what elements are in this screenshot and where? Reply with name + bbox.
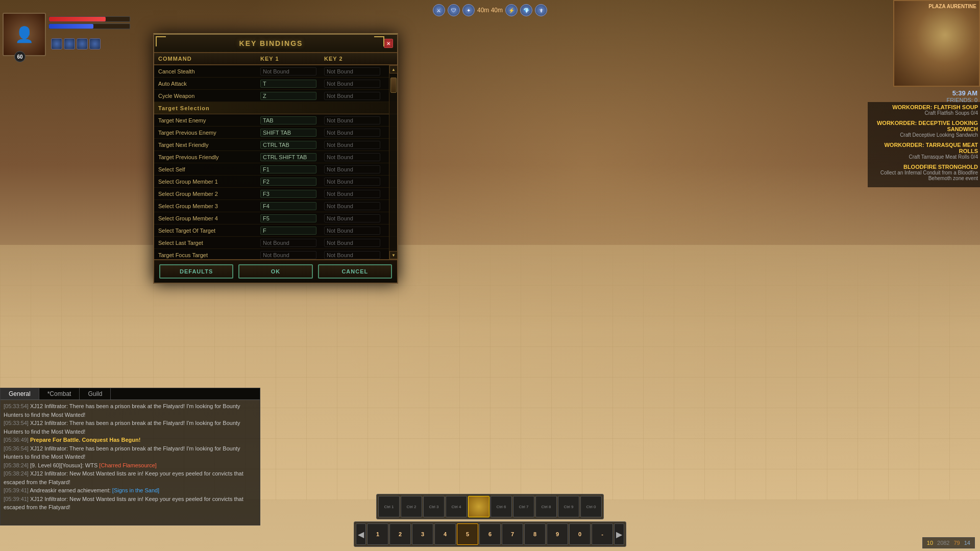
defaults-button[interactable]: DEFAULTS — [159, 264, 233, 279]
keybind-key2-14[interactable]: Not Bound — [324, 239, 380, 247]
keybind-key1-5[interactable]: SHIFT TAB — [260, 129, 316, 137]
scroll-thumb[interactable] — [390, 78, 397, 93]
keybind-key2-5[interactable]: Not Bound — [324, 129, 380, 137]
buff-icon-4 — [89, 38, 101, 49]
ctrl-slot-3[interactable]: Ctrl 3 — [423, 496, 445, 517]
keybind-row-15[interactable]: Target Focus TargetNot BoundNot Bound — [154, 249, 397, 259]
scroll-up-arrow[interactable]: ▲ — [389, 65, 398, 73]
keybind-key2-8[interactable]: Not Bound — [324, 165, 380, 173]
keybind-key1-14[interactable]: Not Bound — [260, 239, 316, 247]
ctrl-slot-0[interactable]: Ctrl 0 — [580, 496, 602, 517]
keybind-command-4: Target Next Enemy — [158, 117, 260, 123]
keybind-row-2[interactable]: Cycle WeaponZNot Bound — [154, 90, 397, 102]
slot-3[interactable]: 3 — [412, 523, 433, 545]
chat-panel: General *Combat Guild [05:33:54] XJ12 In… — [0, 388, 260, 525]
modal-close-button[interactable]: ✕ — [384, 39, 393, 48]
keybind-key1-9[interactable]: F2 — [260, 178, 316, 186]
keybind-row-11[interactable]: Select Group Member 3F4Not Bound — [154, 200, 397, 212]
quest-title-2: WORKORDER: TARRASQUE MEAT ROLLS — [870, 142, 978, 154]
special-ability-icon — [471, 499, 486, 514]
ok-button[interactable]: OK — [238, 264, 312, 279]
keybind-row-9[interactable]: Select Group Member 1F2Not Bound — [154, 176, 397, 188]
quest-item-3: BLOODFIRE STRONGHOLD Collect an Infernal… — [870, 164, 978, 181]
keybind-list-wrapper: Cancel StealthNot BoundNot BoundAuto Att… — [154, 65, 397, 259]
keybind-key2-11[interactable]: Not Bound — [324, 202, 380, 210]
keybind-key2-15[interactable]: Not Bound — [324, 251, 380, 259]
ctrl-slot-4[interactable]: Ctrl 4 — [446, 496, 467, 517]
scrollbar[interactable]: ▲ ▼ — [389, 65, 397, 259]
quest-desc-0: Craft Flatfish Soups 0/4 — [870, 110, 978, 116]
minimap[interactable]: PLAZA AURENTINE — [893, 0, 980, 87]
keybind-command-9: Select Group Member 1 — [158, 179, 260, 185]
keybind-key1-7[interactable]: CTRL SHIFT TAB — [260, 153, 316, 161]
ctrl-slot-1[interactable]: Ctrl 1 — [378, 496, 400, 517]
slot-2[interactable]: 2 — [389, 523, 411, 545]
keybind-key2-9[interactable]: Not Bound — [324, 178, 380, 186]
keybind-row-14[interactable]: Select Last TargetNot BoundNot Bound — [154, 237, 397, 249]
player-portrait: 👤 — [3, 13, 46, 56]
keybind-key2-7[interactable]: Not Bound — [324, 153, 380, 161]
keybind-row-8[interactable]: Select SelfF1Not Bound — [154, 163, 397, 176]
keybind-key2-2[interactable]: Not Bound — [324, 92, 380, 100]
chat-tab-guild[interactable]: Guild — [80, 388, 111, 399]
slot-next[interactable]: ▶ — [614, 523, 624, 545]
keybind-command-5: Target Previous Enemy — [158, 130, 260, 136]
keybind-key2-13[interactable]: Not Bound — [324, 227, 380, 235]
keybind-key1-13[interactable]: F — [260, 227, 316, 235]
keybind-key1-11[interactable]: F4 — [260, 202, 316, 210]
scroll-down-arrow[interactable]: ▼ — [389, 251, 398, 259]
keybind-row-0[interactable]: Cancel StealthNot BoundNot Bound — [154, 65, 397, 78]
keybind-key1-4[interactable]: TAB — [260, 116, 316, 124]
chat-tab-general[interactable]: General — [1, 388, 39, 399]
cancel-button[interactable]: CANCEL — [318, 264, 392, 279]
keybind-key1-1[interactable]: T — [260, 80, 316, 88]
slot-1[interactable]: 1 — [367, 523, 388, 545]
slot-5[interactable]: 5 — [457, 523, 478, 545]
slot-minus[interactable]: - — [592, 523, 613, 545]
keybind-key1-15[interactable]: Not Bound — [260, 251, 316, 259]
keybind-key2-1[interactable]: Not Bound — [324, 80, 380, 88]
quest-title-0: WORKORDER: FLATFISH SOUP — [870, 104, 978, 110]
keybind-command-11: Select Group Member 3 — [158, 203, 260, 209]
buff-icon-3 — [77, 38, 88, 49]
quest-item-2: WORKORDER: TARRASQUE MEAT ROLLS Craft Ta… — [870, 142, 978, 160]
keybind-command-7: Target Previous Friendly — [158, 154, 260, 160]
keybind-row-5[interactable]: Target Previous EnemySHIFT TABNot Bound — [154, 127, 397, 139]
keybind-row-1[interactable]: Auto AttackTNot Bound — [154, 78, 397, 90]
ctrl-slot-8[interactable]: Ctrl 8 — [535, 496, 557, 517]
keybind-row-4[interactable]: Target Next EnemyTABNot Bound — [154, 114, 397, 127]
keybind-key1-0[interactable]: Not Bound — [260, 67, 316, 76]
keybind-key1-6[interactable]: CTRL TAB — [260, 141, 316, 149]
keybind-key1-8[interactable]: F1 — [260, 165, 316, 173]
keybind-key1-2[interactable]: Z — [260, 92, 316, 100]
keybind-key2-10[interactable]: Not Bound — [324, 190, 380, 198]
keybindings-modal: KEY BINDINGS ✕ COMMAND KEY 1 KEY 2 Cance… — [153, 33, 398, 284]
slot-0[interactable]: 0 — [569, 523, 591, 545]
ctrl-slot-9[interactable]: Ctrl 9 — [558, 496, 579, 517]
keybind-row-6[interactable]: Target Next FriendlyCTRL TABNot Bound — [154, 139, 397, 151]
keybind-key2-6[interactable]: Not Bound — [324, 141, 380, 149]
keybind-row-13[interactable]: Select Target Of TargetFNot Bound — [154, 224, 397, 237]
keybind-row-7[interactable]: Target Previous FriendlyCTRL SHIFT TABNo… — [154, 151, 397, 163]
ctrl-slot-5[interactable] — [468, 496, 489, 517]
slot-6[interactable]: 6 — [479, 523, 501, 545]
slot-8[interactable]: 8 — [524, 523, 546, 545]
modal-buttons: DEFAULTS OK CANCEL — [154, 259, 397, 283]
ctrl-slot-2[interactable]: Ctrl 2 — [401, 496, 422, 517]
ctrl-slot-6[interactable]: Ctrl 6 — [491, 496, 512, 517]
slot-4[interactable]: 4 — [434, 523, 456, 545]
keybind-key1-12[interactable]: F5 — [260, 214, 316, 222]
keybind-row-12[interactable]: Select Group Member 4F5Not Bound — [154, 212, 397, 224]
keybind-key1-10[interactable]: F3 — [260, 190, 316, 198]
chat-msg-6: [05:39:41] Andreaskir earned achievement… — [4, 486, 257, 495]
keybind-key2-0[interactable]: Not Bound — [324, 67, 380, 76]
keybind-key2-4[interactable]: Not Bound — [324, 116, 380, 124]
ctrl-slot-7[interactable]: Ctrl 7 — [513, 496, 534, 517]
slot-7[interactable]: 7 — [502, 523, 523, 545]
slot-9[interactable]: 9 — [547, 523, 568, 545]
chat-tab-combat[interactable]: *Combat — [39, 388, 80, 399]
slot-prev[interactable]: ◀ — [356, 523, 366, 545]
chat-tabs: General *Combat Guild — [1, 388, 260, 400]
keybind-key2-12[interactable]: Not Bound — [324, 214, 380, 222]
keybind-row-10[interactable]: Select Group Member 2F3Not Bound — [154, 188, 397, 200]
